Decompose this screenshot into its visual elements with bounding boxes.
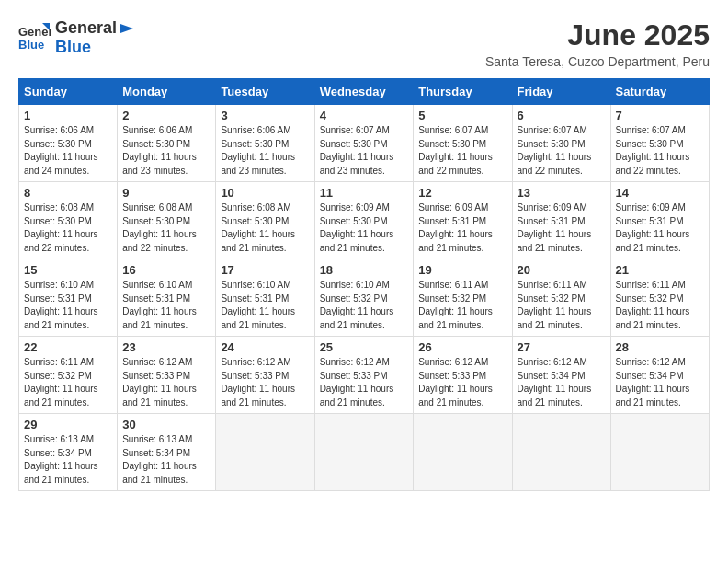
day-number: 10 bbox=[221, 186, 309, 200]
day-number: 14 bbox=[616, 186, 704, 200]
calendar-cell: 28Sunrise: 6:12 AM Sunset: 5:34 PM Dayli… bbox=[610, 337, 709, 414]
header-sunday: Sunday bbox=[19, 79, 118, 105]
day-number: 12 bbox=[418, 186, 506, 200]
day-number: 6 bbox=[518, 109, 606, 122]
header-friday: Friday bbox=[512, 79, 610, 105]
calendar-week-row: 8Sunrise: 6:08 AM Sunset: 5:30 PM Daylig… bbox=[19, 182, 710, 259]
calendar-cell: 29Sunrise: 6:13 AM Sunset: 5:34 PM Dayli… bbox=[19, 414, 118, 491]
day-info: Sunrise: 6:08 AM Sunset: 5:30 PM Dayligh… bbox=[24, 201, 112, 255]
calendar-week-row: 22Sunrise: 6:11 AM Sunset: 5:32 PM Dayli… bbox=[19, 337, 710, 414]
calendar-cell: 15Sunrise: 6:10 AM Sunset: 5:31 PM Dayli… bbox=[19, 259, 118, 337]
day-info: Sunrise: 6:07 AM Sunset: 5:30 PM Dayligh… bbox=[418, 124, 506, 178]
calendar-cell: 18Sunrise: 6:10 AM Sunset: 5:32 PM Dayli… bbox=[314, 259, 414, 337]
calendar-cell: 10Sunrise: 6:08 AM Sunset: 5:30 PM Dayli… bbox=[216, 182, 314, 259]
day-info: Sunrise: 6:12 AM Sunset: 5:33 PM Dayligh… bbox=[221, 356, 309, 409]
day-info: Sunrise: 6:12 AM Sunset: 5:33 PM Dayligh… bbox=[122, 356, 210, 409]
logo-general: General bbox=[55, 18, 117, 38]
calendar-cell: 26Sunrise: 6:12 AM Sunset: 5:33 PM Dayli… bbox=[414, 337, 512, 414]
day-info: Sunrise: 6:07 AM Sunset: 5:30 PM Dayligh… bbox=[518, 124, 606, 178]
day-info: Sunrise: 6:08 AM Sunset: 5:30 PM Dayligh… bbox=[221, 201, 309, 255]
calendar-cell: 20Sunrise: 6:11 AM Sunset: 5:32 PM Dayli… bbox=[512, 259, 610, 337]
day-number: 8 bbox=[24, 186, 112, 200]
day-number: 28 bbox=[616, 340, 704, 354]
day-info: Sunrise: 6:11 AM Sunset: 5:32 PM Dayligh… bbox=[616, 279, 704, 332]
day-number: 5 bbox=[418, 109, 506, 122]
calendar-cell: 7Sunrise: 6:07 AM Sunset: 5:30 PM Daylig… bbox=[610, 105, 709, 182]
title-area: June 2025 Santa Teresa, Cuzco Department… bbox=[485, 18, 710, 69]
calendar-cell: 17Sunrise: 6:10 AM Sunset: 5:31 PM Dayli… bbox=[216, 259, 314, 337]
day-info: Sunrise: 6:06 AM Sunset: 5:30 PM Dayligh… bbox=[122, 124, 210, 178]
header-wednesday: Wednesday bbox=[314, 79, 414, 105]
calendar-cell: 22Sunrise: 6:11 AM Sunset: 5:32 PM Dayli… bbox=[19, 337, 118, 414]
day-info: Sunrise: 6:13 AM Sunset: 5:34 PM Dayligh… bbox=[122, 433, 210, 487]
calendar-cell bbox=[314, 414, 414, 491]
calendar-cell: 25Sunrise: 6:12 AM Sunset: 5:33 PM Dayli… bbox=[314, 337, 414, 414]
calendar-header-row: Sunday Monday Tuesday Wednesday Thursday… bbox=[19, 79, 710, 105]
day-number: 24 bbox=[221, 340, 309, 354]
day-number: 11 bbox=[320, 186, 409, 200]
day-info: Sunrise: 6:06 AM Sunset: 5:30 PM Dayligh… bbox=[24, 124, 112, 178]
day-info: Sunrise: 6:07 AM Sunset: 5:30 PM Dayligh… bbox=[616, 124, 704, 178]
logo-arrow-icon bbox=[119, 20, 135, 37]
svg-marker-4 bbox=[120, 24, 133, 33]
header-monday: Monday bbox=[118, 79, 216, 105]
calendar-cell: 12Sunrise: 6:09 AM Sunset: 5:31 PM Dayli… bbox=[414, 182, 512, 259]
calendar-cell: 3Sunrise: 6:06 AM Sunset: 5:30 PM Daylig… bbox=[216, 105, 314, 182]
header-tuesday: Tuesday bbox=[216, 79, 314, 105]
day-info: Sunrise: 6:06 AM Sunset: 5:30 PM Dayligh… bbox=[221, 124, 309, 178]
day-number: 23 bbox=[122, 340, 210, 354]
day-info: Sunrise: 6:09 AM Sunset: 5:31 PM Dayligh… bbox=[518, 201, 606, 255]
month-title: June 2025 bbox=[485, 18, 710, 52]
day-number: 20 bbox=[518, 263, 606, 277]
day-number: 4 bbox=[320, 109, 409, 122]
calendar-cell bbox=[414, 414, 512, 491]
calendar-cell: 2Sunrise: 6:06 AM Sunset: 5:30 PM Daylig… bbox=[118, 105, 216, 182]
calendar-cell: 27Sunrise: 6:12 AM Sunset: 5:34 PM Dayli… bbox=[512, 337, 610, 414]
header-thursday: Thursday bbox=[414, 79, 512, 105]
day-number: 3 bbox=[221, 109, 309, 122]
day-info: Sunrise: 6:11 AM Sunset: 5:32 PM Dayligh… bbox=[418, 279, 506, 332]
day-number: 25 bbox=[320, 340, 409, 354]
calendar-table: Sunday Monday Tuesday Wednesday Thursday… bbox=[18, 78, 710, 491]
calendar-cell bbox=[512, 414, 610, 491]
calendar-cell: 1Sunrise: 6:06 AM Sunset: 5:30 PM Daylig… bbox=[19, 105, 118, 182]
calendar-week-row: 29Sunrise: 6:13 AM Sunset: 5:34 PM Dayli… bbox=[19, 414, 710, 491]
day-number: 19 bbox=[418, 263, 506, 277]
calendar-cell: 24Sunrise: 6:12 AM Sunset: 5:33 PM Dayli… bbox=[216, 337, 314, 414]
calendar-cell: 21Sunrise: 6:11 AM Sunset: 5:32 PM Dayli… bbox=[610, 259, 709, 337]
day-number: 9 bbox=[122, 186, 210, 200]
calendar-cell: 11Sunrise: 6:09 AM Sunset: 5:30 PM Dayli… bbox=[314, 182, 414, 259]
day-number: 22 bbox=[24, 340, 112, 354]
day-number: 7 bbox=[616, 109, 704, 122]
day-number: 29 bbox=[24, 418, 112, 431]
svg-text:Blue: Blue bbox=[18, 38, 44, 52]
day-info: Sunrise: 6:11 AM Sunset: 5:32 PM Dayligh… bbox=[24, 356, 112, 409]
day-number: 26 bbox=[418, 340, 506, 354]
calendar-cell: 19Sunrise: 6:11 AM Sunset: 5:32 PM Dayli… bbox=[414, 259, 512, 337]
calendar-cell: 14Sunrise: 6:09 AM Sunset: 5:31 PM Dayli… bbox=[610, 182, 709, 259]
day-info: Sunrise: 6:08 AM Sunset: 5:30 PM Dayligh… bbox=[122, 201, 210, 255]
day-info: Sunrise: 6:12 AM Sunset: 5:34 PM Dayligh… bbox=[518, 356, 606, 409]
day-number: 30 bbox=[122, 418, 210, 431]
calendar-cell: 6Sunrise: 6:07 AM Sunset: 5:30 PM Daylig… bbox=[512, 105, 610, 182]
header-saturday: Saturday bbox=[610, 79, 709, 105]
calendar-cell: 30Sunrise: 6:13 AM Sunset: 5:34 PM Dayli… bbox=[118, 414, 216, 491]
day-info: Sunrise: 6:07 AM Sunset: 5:30 PM Dayligh… bbox=[320, 124, 409, 178]
logo-icon: General Blue bbox=[18, 21, 51, 54]
page-header: General Blue General Blue June 2025 Sant… bbox=[18, 18, 710, 69]
day-number: 18 bbox=[320, 263, 409, 277]
day-info: Sunrise: 6:12 AM Sunset: 5:33 PM Dayligh… bbox=[418, 356, 506, 409]
day-info: Sunrise: 6:12 AM Sunset: 5:33 PM Dayligh… bbox=[320, 356, 409, 409]
calendar-week-row: 15Sunrise: 6:10 AM Sunset: 5:31 PM Dayli… bbox=[19, 259, 710, 337]
calendar-cell: 13Sunrise: 6:09 AM Sunset: 5:31 PM Dayli… bbox=[512, 182, 610, 259]
day-info: Sunrise: 6:11 AM Sunset: 5:32 PM Dayligh… bbox=[518, 279, 606, 332]
calendar-cell: 23Sunrise: 6:12 AM Sunset: 5:33 PM Dayli… bbox=[118, 337, 216, 414]
day-number: 13 bbox=[518, 186, 606, 200]
logo-blue: Blue bbox=[55, 38, 91, 56]
day-info: Sunrise: 6:10 AM Sunset: 5:31 PM Dayligh… bbox=[122, 279, 210, 332]
day-number: 1 bbox=[24, 109, 112, 122]
calendar-cell: 8Sunrise: 6:08 AM Sunset: 5:30 PM Daylig… bbox=[19, 182, 118, 259]
calendar-cell: 16Sunrise: 6:10 AM Sunset: 5:31 PM Dayli… bbox=[118, 259, 216, 337]
day-number: 15 bbox=[24, 263, 112, 277]
day-info: Sunrise: 6:09 AM Sunset: 5:31 PM Dayligh… bbox=[418, 201, 506, 255]
